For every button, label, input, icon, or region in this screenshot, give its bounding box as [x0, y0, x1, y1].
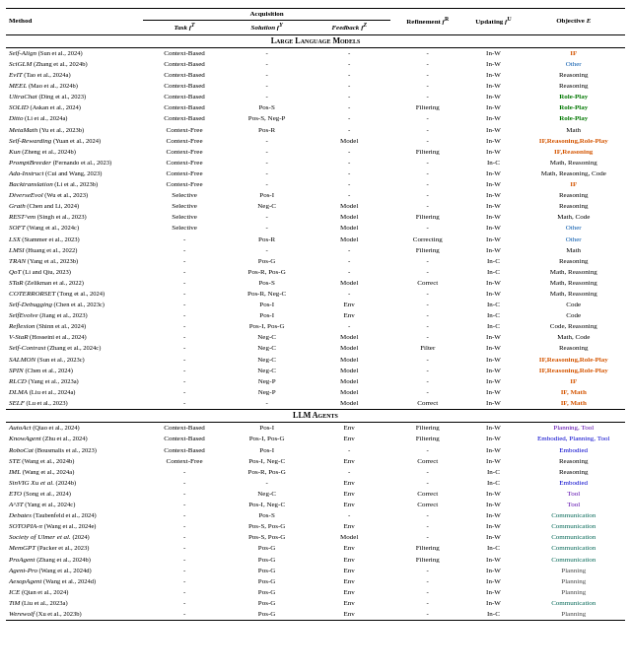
table-row: Self-Debugging (Chen et al., 2023c)-Pos-… — [6, 300, 625, 310]
refinement-header: Refinement fR — [390, 9, 464, 35]
objective-cell: IF,Reasoning,Role-Play — [522, 136, 625, 147]
table-row: STaR (Zelikman et al., 2022)-Pos-SModelC… — [6, 278, 625, 289]
objective-cell: Math, Reasoning — [522, 289, 625, 300]
objective-cell: Math, Reasoning — [522, 278, 625, 289]
objective-cell: Communication — [522, 510, 625, 521]
table-row: TRAN (Yang et al., 2023b)-Pos-G--In-CRea… — [6, 256, 625, 267]
objective-header: Objective E — [522, 9, 625, 35]
objective-cell: Planning, Tool — [522, 423, 625, 435]
table-row: MetaMath (Yu et al., 2023b)Context-FreeP… — [6, 125, 625, 136]
table-row: SelfEvolve (Jiang et al., 2023)-Pos-IEnv… — [6, 310, 625, 321]
objective-cell: Reasoning — [522, 190, 625, 201]
objective-cell: Planning — [522, 566, 625, 576]
table-row: Agent-Pro (Wang et al., 2024d)-Pos-GEnv-… — [6, 566, 625, 576]
objective-cell: Math, Reasoning — [522, 158, 625, 168]
objective-cell: Embodied, Planning, Tool — [522, 434, 625, 444]
table-row: REST^em (Singh et al., 2023)Selective-Mo… — [6, 212, 625, 223]
table-row: Werewolf (Xu et al., 2023b)-Pos-GEnv-In-… — [6, 609, 625, 621]
objective-cell: Reasoning — [522, 256, 625, 267]
table-row: Ada-Instruct (Cui and Wang, 2023)Context… — [6, 168, 625, 179]
objective-cell: Reasoning — [522, 201, 625, 212]
acquisition-header: Acquisition — [143, 9, 390, 21]
objective-cell: Other — [522, 223, 625, 234]
table-row: MemGPT (Packer et al., 2023)-Pos-GEnvFil… — [6, 543, 625, 554]
table-row: SELF (Lu et al., 2023)--ModelCorrectIn-W… — [6, 398, 625, 410]
table-row: AutoAct (Qiao et al., 2024)Context-Based… — [6, 423, 625, 435]
table-row: ICE (Qian et al., 2024)-Pos-GEnv-In-WPla… — [6, 587, 625, 598]
objective-cell: Code, Reasoning — [522, 321, 625, 332]
table-row: SOTOPIA-π (Wang et al., 2024e)-Pos-S, Po… — [6, 521, 625, 532]
objective-cell: Code — [522, 310, 625, 321]
table-row: Self-Contrast (Zhang et al., 2024c)-Neg-… — [6, 343, 625, 354]
table-row: SOFT (Wang et al., 2024c)Selective-Model… — [6, 223, 625, 234]
table-row: COTERRORSET (Tong et al., 2024)-Pos-R, N… — [6, 289, 625, 300]
objective-cell: Role-Play — [522, 102, 625, 113]
objective-cell: Math — [522, 245, 625, 256]
objective-cell: IF,Reasoning,Role-Play — [522, 366, 625, 376]
table-row: Self-Align (Sun et al., 2024)Context-Bas… — [6, 47, 625, 59]
table-row: Society of Ulmer et al. (2024)-Pos-S, Po… — [6, 532, 625, 543]
table-row: A^3T (Yang et al., 2024c)-Pos-I, Neg-CEn… — [6, 500, 625, 510]
objective-cell: Reasoning — [522, 70, 625, 81]
table-row: Kun (Zheng et al., 2024b)Context-Free--F… — [6, 147, 625, 158]
objective-cell: Other — [522, 235, 625, 245]
objective-cell: Tool — [522, 489, 625, 500]
objective-cell: IF — [522, 376, 625, 387]
table-row: UltraChat (Ding et al., 2023)Context-Bas… — [6, 92, 625, 102]
table-row: IML (Wang et al., 2024a)-Pos-R, Pos-G--I… — [6, 467, 625, 478]
objective-cell: Code — [522, 300, 625, 310]
main-header: Method Acquisition Refinement fR Updatin… — [6, 9, 625, 21]
solution-header: Solution fY — [226, 21, 309, 34]
objective-cell: Communication — [522, 521, 625, 532]
table-row: Reflexion (Shinn et al., 2024)-Pos-I, Po… — [6, 321, 625, 332]
table-row: PromptBreeder (Fernando et al., 2023)Con… — [6, 158, 625, 168]
objective-cell: IF, Math — [522, 398, 625, 410]
objective-cell: Communication — [522, 598, 625, 609]
table-row: TiM (Liu et al., 2023a)-Pos-GEnv-In-WCom… — [6, 598, 625, 609]
method-header: Method — [6, 9, 143, 35]
table-row: Ditto (Li et al., 2024a)Context-BasedPos… — [6, 113, 625, 124]
objective-cell: IF — [522, 179, 625, 190]
table-row: DLMA (Liu et al., 2024a)-Neg-PModel-In-W… — [6, 387, 625, 398]
feedback-header: Feedback fZ — [308, 21, 390, 34]
table-row: Self-Rewarding (Yuan et al., 2024)Contex… — [6, 136, 625, 147]
table-row: Grath (Chen and Li, 2024)SelectiveNeg-CM… — [6, 201, 625, 212]
objective-cell: Math — [522, 125, 625, 136]
table-row: SALMON (Sun et al., 2023c)-Neg-CModel-In… — [6, 355, 625, 366]
table-row: ETO (Song et al., 2024)-Neg-CEnvCorrectI… — [6, 489, 625, 500]
objective-cell: IF,Reasoning — [522, 147, 625, 158]
objective-cell: Reasoning — [522, 467, 625, 478]
objective-cell: Communication — [522, 555, 625, 566]
objective-cell: Role-Play — [522, 113, 625, 124]
objective-cell: Planning — [522, 576, 625, 587]
table-row: RLCD (Yang et al., 2023a)-Neg-PModel-In-… — [6, 376, 625, 387]
objective-cell: Role-Play — [522, 92, 625, 102]
table-row: EvIT (Tao et al., 2024a)Context-Based---… — [6, 70, 625, 81]
table-row: ProAgent (Zhang et al., 2024b)-Pos-GEnvF… — [6, 555, 625, 566]
objective-cell: Other — [522, 59, 625, 70]
table-row: SPIN (Chen et al., 2024)-Neg-CModel-In-W… — [6, 366, 625, 376]
table-row: Debates (Taubenfeld et al., 2024)-Pos-S-… — [6, 510, 625, 521]
objective-cell: Reasoning — [522, 456, 625, 467]
objective-cell: Tool — [522, 500, 625, 510]
objective-cell: Embodied — [522, 478, 625, 489]
table-row: V-StaR (Hosseini et al., 2024)-Neg-CMode… — [6, 332, 625, 343]
table-row: Backtranslation (Li et al., 2023b)Contex… — [6, 179, 625, 190]
objective-cell: Planning — [522, 587, 625, 598]
table-row: SciGLM (Zhang et al., 2024b)Context-Base… — [6, 59, 625, 70]
table-row: QoT (Li and Qiu, 2023)-Pos-R, Pos-G--In-… — [6, 267, 625, 278]
updating-header: Updating fU — [464, 9, 522, 35]
llm-section-header: Large Language Models — [6, 34, 625, 47]
objective-cell: Math, Reasoning, Code — [522, 168, 625, 179]
objective-cell: Math, Code — [522, 332, 625, 343]
table-row: AesopAgent (Wang et al., 2024d)-Pos-GEnv… — [6, 576, 625, 587]
objective-cell: IF,Reasoning,Role-Play — [522, 355, 625, 366]
objective-cell: Math, Reasoning — [522, 267, 625, 278]
objective-cell: Math, Code — [522, 212, 625, 223]
objective-cell: Communication — [522, 532, 625, 543]
objective-cell: Reasoning — [522, 81, 625, 92]
task-header: Task fT — [143, 21, 226, 34]
table-row: SinVIG Xu et al. (2024b)--Env-In-CEmbodi… — [6, 478, 625, 489]
objective-cell: IF — [522, 47, 625, 59]
table-row: LSX (Stammer et al., 2023)-Pos-RModelCor… — [6, 235, 625, 245]
